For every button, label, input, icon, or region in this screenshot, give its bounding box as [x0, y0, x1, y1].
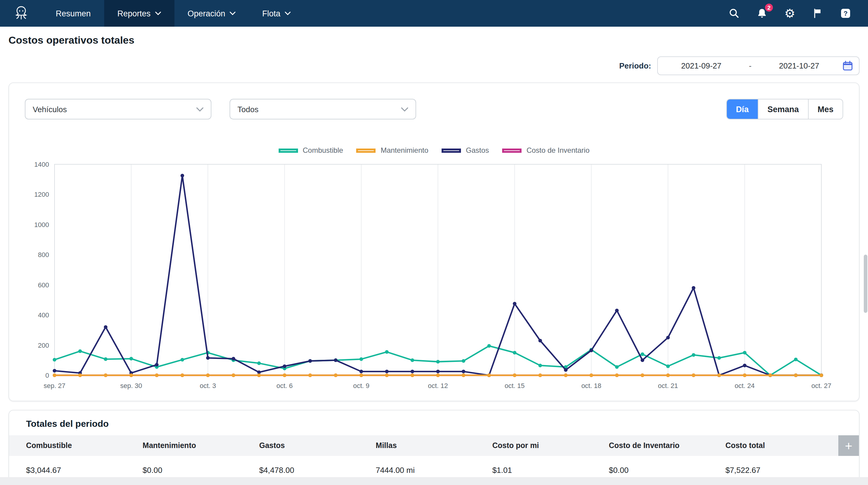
- data-point: [743, 364, 747, 367]
- legend-swatch: [279, 148, 298, 152]
- chevron-down-icon: [285, 11, 291, 15]
- page-bottom-gutter: [0, 477, 868, 485]
- notification-badge: 2: [764, 2, 774, 13]
- legend-swatch: [502, 148, 522, 152]
- toggle-semana-button[interactable]: Semana: [758, 99, 808, 119]
- search-button[interactable]: [727, 7, 741, 20]
- flag-button[interactable]: [811, 7, 825, 20]
- scrollbar[interactable]: [864, 255, 867, 313]
- toggle-dia-button[interactable]: Día: [727, 99, 758, 119]
- total-mantenimiento: $0.00: [143, 465, 259, 475]
- data-point: [436, 373, 440, 377]
- data-point: [411, 373, 414, 377]
- data-point: [257, 361, 261, 365]
- column-header: Gastos: [259, 441, 376, 450]
- chevron-down-icon: [401, 107, 408, 111]
- data-point: [794, 373, 798, 377]
- data-point: [641, 358, 644, 362]
- data-point: [436, 370, 440, 373]
- legend-item[interactable]: Gastos: [441, 146, 489, 154]
- start-date[interactable]: 2021-09-27: [658, 61, 745, 70]
- data-point: [436, 360, 440, 364]
- scope-dropdown[interactable]: Todos: [229, 99, 416, 119]
- add-column-button[interactable]: +: [838, 435, 859, 456]
- data-point: [360, 373, 363, 377]
- column-header: Costo de Inventario: [609, 441, 725, 450]
- data-point: [666, 364, 670, 368]
- data-point: [513, 351, 516, 354]
- data-point: [819, 373, 823, 377]
- totals-header-row: Combustible Mantenimiento Gastos Millas …: [9, 435, 859, 456]
- x-axis-label: oct. 15: [504, 382, 525, 390]
- y-axis-label: 1400: [34, 161, 49, 168]
- data-point: [589, 373, 593, 377]
- search-icon: [729, 8, 740, 19]
- chevron-down-icon: [155, 11, 161, 15]
- data-point: [78, 373, 82, 377]
- x-axis-label: oct. 24: [735, 382, 755, 390]
- legend-swatch: [441, 148, 461, 152]
- data-point: [129, 357, 133, 361]
- data-point: [513, 302, 516, 306]
- data-point: [334, 373, 337, 377]
- data-point: [385, 350, 389, 354]
- navbar-spacer: [304, 0, 727, 27]
- data-point: [717, 356, 721, 360]
- totals-card: Totales del periodo Combustible Mantenim…: [8, 410, 860, 485]
- total-costo-total: $7,522.67: [725, 465, 842, 475]
- vehicles-dropdown[interactable]: Vehículos: [25, 99, 211, 119]
- data-point: [641, 352, 644, 356]
- totals-title: Totales del periodo: [9, 410, 859, 435]
- data-point: [232, 357, 235, 361]
- toggle-mes-button[interactable]: Mes: [808, 99, 842, 119]
- y-axis-label: 200: [38, 342, 49, 349]
- data-point: [411, 370, 414, 373]
- x-axis-label: sep. 30: [120, 382, 142, 390]
- data-point: [181, 174, 184, 177]
- nav-item-reportes[interactable]: Reportes: [104, 0, 175, 27]
- data-point: [513, 373, 516, 377]
- end-date[interactable]: 2021-10-27: [756, 61, 842, 70]
- total-costo-por-mi: $1.01: [492, 465, 609, 475]
- data-point: [564, 373, 567, 377]
- legend-item[interactable]: Combustible: [279, 146, 343, 154]
- help-button[interactable]: ?: [839, 7, 852, 20]
- gear-icon: ⚙: [784, 7, 795, 20]
- x-axis-label: oct. 12: [428, 382, 448, 390]
- nav-item-operacion[interactable]: Operación: [174, 0, 249, 27]
- data-point: [538, 364, 542, 367]
- data-point: [232, 373, 235, 377]
- data-point: [589, 349, 593, 352]
- data-point: [206, 356, 210, 360]
- data-point: [53, 369, 56, 373]
- calendar-button[interactable]: [842, 61, 859, 71]
- help-icon: ?: [840, 8, 851, 19]
- nav-item-label: Operación: [187, 9, 225, 18]
- date-range-picker[interactable]: 2021-09-27 - 2021-10-27: [657, 56, 860, 75]
- notifications-button[interactable]: 2: [755, 7, 769, 20]
- calendar-icon: [842, 61, 853, 71]
- column-header: Costo por mi: [492, 441, 609, 450]
- app-logo[interactable]: [0, 0, 42, 27]
- nav-item-resumen[interactable]: Resumen: [42, 0, 104, 27]
- nav-item-flota[interactable]: Flota: [249, 0, 304, 27]
- legend-label: Combustible: [303, 146, 343, 154]
- data-point: [768, 373, 772, 377]
- legend-label: Costo de Inventario: [526, 146, 589, 154]
- data-point: [206, 373, 210, 377]
- x-axis-label: oct. 18: [581, 382, 601, 390]
- x-axis-label: oct. 9: [353, 382, 370, 390]
- data-point: [615, 309, 619, 312]
- line-chart-svg[interactable]: sep. 27sep. 30oct. 3oct. 6oct. 9oct. 12o…: [9, 156, 859, 396]
- settings-button[interactable]: ⚙: [783, 7, 797, 20]
- nav-item-label: Reportes: [118, 9, 151, 18]
- data-point: [155, 363, 159, 367]
- total-millas: 7444.00 mi: [376, 465, 492, 475]
- y-axis-label: 1000: [34, 221, 49, 229]
- legend-swatch: [356, 148, 376, 152]
- nav-item-label: Resumen: [56, 9, 91, 18]
- legend-item[interactable]: Mantenimiento: [356, 146, 428, 154]
- data-point: [743, 373, 747, 377]
- legend-item[interactable]: Costo de Inventario: [502, 146, 589, 154]
- period-selector-row: Periodo: 2021-09-27 - 2021-10-27: [0, 56, 860, 75]
